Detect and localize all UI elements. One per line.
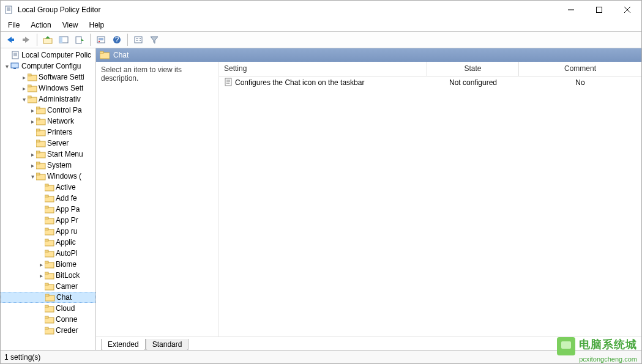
folder-icon <box>36 161 46 169</box>
tree-item-12[interactable]: ▸App Pa <box>1 204 95 215</box>
show-hide-tree-button[interactable] <box>56 33 71 46</box>
tree-item-label: Conne <box>56 315 77 324</box>
svg-text:?: ? <box>115 35 119 44</box>
tree-item-11[interactable]: ▸Add fe <box>1 193 95 204</box>
svg-rect-53 <box>36 162 40 164</box>
folder-icon <box>10 62 20 70</box>
folder-icon <box>45 315 54 324</box>
menu-action[interactable]: Action <box>26 20 56 31</box>
folder-icon <box>45 282 54 291</box>
menu-view[interactable]: View <box>58 20 83 31</box>
tree-item-22[interactable]: ▸Conne <box>1 314 95 325</box>
column-comment[interactable]: Comment <box>519 62 641 76</box>
close-button[interactable] <box>613 1 641 19</box>
tree-item-label: Network <box>47 117 74 125</box>
tree-root[interactable]: ▸Local Computer Polic <box>1 50 95 61</box>
svg-rect-0 <box>6 6 12 13</box>
tree-item-label: Windows ( <box>47 172 81 180</box>
svg-rect-5 <box>597 7 602 13</box>
properties-button[interactable] <box>94 33 108 46</box>
tree-item-5[interactable]: ▸Printers <box>1 127 95 138</box>
svg-rect-34 <box>11 63 18 68</box>
svg-rect-69 <box>45 250 48 252</box>
svg-rect-73 <box>45 272 48 274</box>
tree-item-label: App Pa <box>56 205 80 214</box>
tree-item-label: Chat <box>56 293 72 302</box>
menu-help[interactable]: Help <box>84 20 110 31</box>
tree-item-6[interactable]: ▸Server <box>1 138 95 149</box>
tree-item-0[interactable]: ▸Software Setti <box>1 72 95 83</box>
svg-rect-86 <box>225 78 231 86</box>
folder-icon <box>45 304 54 313</box>
svg-rect-61 <box>45 206 48 208</box>
svg-rect-79 <box>45 305 48 307</box>
tree-item-label: Applic <box>56 238 76 247</box>
back-button[interactable] <box>3 33 18 46</box>
filter-button[interactable] <box>147 33 162 46</box>
svg-point-90 <box>228 83 230 84</box>
forward-button[interactable] <box>19 33 34 46</box>
tree-item-label: Start Menu <box>47 150 83 158</box>
tree-item-7[interactable]: ▸Start Menu <box>1 149 95 160</box>
folder-icon <box>45 260 54 269</box>
tree-item-3[interactable]: ▸Control Pa <box>1 105 95 116</box>
tree-item-16[interactable]: ▸AutoPl <box>1 248 95 259</box>
folder-icon <box>45 293 55 302</box>
tree-item-15[interactable]: ▸Applic <box>1 237 95 248</box>
svg-rect-57 <box>45 184 48 186</box>
folder-icon <box>45 271 54 280</box>
minimize-button[interactable] <box>557 1 585 19</box>
svg-rect-35 <box>13 68 16 69</box>
policy-settings-button[interactable] <box>131 33 146 46</box>
svg-point-27 <box>140 38 141 39</box>
tree-item-9[interactable]: ▾Windows ( <box>1 171 95 182</box>
svg-rect-83 <box>45 327 48 329</box>
tab-standard[interactable]: Standard <box>146 339 189 350</box>
svg-rect-16 <box>76 37 81 43</box>
up-level-button[interactable] <box>40 33 55 46</box>
tree-item-21[interactable]: ▸Cloud <box>1 303 95 314</box>
tree-item-8[interactable]: ▸System <box>1 160 95 171</box>
tree-item-10[interactable]: ▸Active <box>1 182 95 193</box>
tree-item-label: Windows Sett <box>39 84 83 92</box>
toolbar: ? <box>1 31 641 48</box>
folder-icon <box>10 51 20 59</box>
help-button[interactable]: ? <box>110 33 124 46</box>
folder-icon <box>45 183 54 191</box>
tree-item-19[interactable]: ▸Camer <box>1 281 95 292</box>
svg-rect-51 <box>36 151 40 153</box>
svg-point-89 <box>226 83 228 84</box>
maximize-button[interactable] <box>585 1 613 19</box>
tree-item-label: Local Computer Polic <box>21 51 91 59</box>
tree-item-label: System <box>47 161 72 169</box>
svg-marker-29 <box>151 37 158 43</box>
folder-icon <box>45 205 54 214</box>
export-list-button[interactable] <box>72 33 87 46</box>
svg-rect-12 <box>43 39 52 43</box>
window-title: Local Group Policy Editor <box>18 6 557 14</box>
tree-item-20[interactable]: ▸Chat <box>1 292 95 303</box>
tree-item-23[interactable]: ▸Creder <box>1 325 95 336</box>
folder-icon <box>36 106 46 114</box>
tab-extended[interactable]: Extended <box>101 339 146 350</box>
list-row[interactable]: Configures the Chat icon on the taskbar … <box>219 76 641 89</box>
tree-item-14[interactable]: ▸App ru <box>1 226 95 237</box>
svg-rect-81 <box>45 316 48 318</box>
folder-icon <box>45 326 54 335</box>
folder-icon <box>28 73 37 81</box>
menu-file[interactable]: File <box>3 20 24 31</box>
description-text: Select an item to view its description. <box>101 65 182 83</box>
titlebar: Local Group Policy Editor <box>1 1 641 19</box>
tree-item-1[interactable]: ▸Windows Sett <box>1 83 95 94</box>
tree-item-label: AutoPl <box>56 249 77 258</box>
tree-panel[interactable]: ▸Local Computer Polic▾Computer Configu▸S… <box>1 48 96 350</box>
column-setting[interactable]: Setting <box>219 62 427 76</box>
column-state[interactable]: State <box>427 62 519 76</box>
tree-item-13[interactable]: ▸App Pr <box>1 215 95 226</box>
tree-computer-config[interactable]: ▾Computer Configu <box>1 61 95 72</box>
tree-item-4[interactable]: ▸Network <box>1 116 95 127</box>
tree-item-2[interactable]: ▾Administrativ <box>1 94 95 105</box>
svg-rect-37 <box>28 74 31 76</box>
tree-item-17[interactable]: ▸Biome <box>1 259 95 270</box>
tree-item-18[interactable]: ▸BitLock <box>1 270 95 281</box>
